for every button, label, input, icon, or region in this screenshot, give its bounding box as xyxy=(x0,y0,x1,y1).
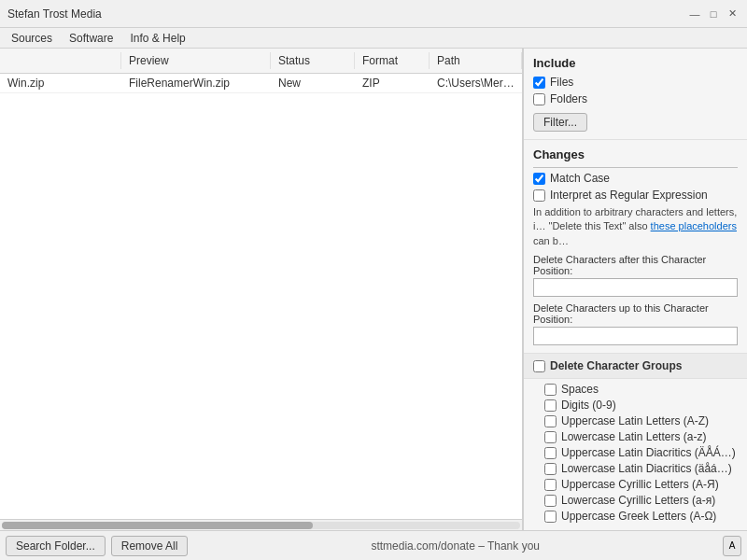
minimize-button[interactable]: — xyxy=(687,7,702,21)
match-case-label: Match Case xyxy=(550,172,610,185)
files-checkbox-row: Files xyxy=(533,76,738,89)
menu-info-help[interactable]: Info & Help xyxy=(122,30,192,47)
table-body: Win.zip FileRenamerWin.zip New ZIP C:\Us… xyxy=(0,74,522,519)
main-content: Preview Status Format Path Win.zip FileR… xyxy=(0,49,747,530)
cell-name: Win.zip xyxy=(0,74,121,92)
menu-bar: Sources Software Info & Help xyxy=(0,28,747,49)
search-folder-button[interactable]: Search Folder... xyxy=(6,536,106,556)
group-uppercase-cyrillic-label: Uppercase Cyrillic Letters (А-Я) xyxy=(561,478,719,491)
col-status: Status xyxy=(271,52,355,69)
menu-software[interactable]: Software xyxy=(62,30,120,47)
group-lowercase-diacritics-row: Lowercase Latin Diacritics (äåá…) xyxy=(544,462,738,475)
group-uppercase-greek-row: Uppercase Greek Letters (Α-Ω) xyxy=(544,510,738,523)
cell-format: ZIP xyxy=(355,74,430,92)
group-spaces-row: Spaces xyxy=(544,383,738,396)
match-case-checkbox[interactable] xyxy=(533,173,545,185)
delete-upto-label: Delete Characters up to this Character P… xyxy=(533,302,738,325)
regex-label: Interpret as Regular Expression xyxy=(550,189,708,202)
col-format: Format xyxy=(355,52,430,69)
delete-groups-row: Delete Character Groups xyxy=(524,354,747,379)
group-lowercase-cyrillic-checkbox[interactable] xyxy=(544,495,557,507)
group-uppercase-diacritics-row: Uppercase Latin Diacritics (ÄÅÁ…) xyxy=(544,446,738,459)
menu-sources[interactable]: Sources xyxy=(4,30,60,47)
group-uppercase-latin-label: Uppercase Latin Letters (A-Z) xyxy=(561,414,709,427)
description-text: In addition to arbitrary characters and … xyxy=(533,205,738,248)
scrollbar-track xyxy=(2,522,520,529)
action-button[interactable]: A xyxy=(723,536,741,556)
group-uppercase-greek-checkbox[interactable] xyxy=(544,511,557,523)
delete-groups-checkbox[interactable] xyxy=(533,360,545,372)
status-text: sttmedia.com/donate – Thank you xyxy=(371,539,540,553)
filter-button[interactable]: Filter... xyxy=(533,113,587,132)
group-lowercase-diacritics-label: Lowercase Latin Diacritics (äåá…) xyxy=(561,462,732,475)
bottom-bar-left: Search Folder... Remove All xyxy=(6,536,188,556)
window-controls: — □ ✕ xyxy=(687,7,740,21)
changes-title: Changes xyxy=(533,147,738,161)
folders-checkbox[interactable] xyxy=(533,93,545,105)
group-digits-row: Digits (0-9) xyxy=(544,399,738,412)
cell-preview: FileRenamerWin.zip xyxy=(121,74,271,92)
regex-row: Interpret as Regular Expression xyxy=(533,189,738,202)
group-uppercase-diacritics-checkbox[interactable] xyxy=(544,447,557,459)
col-path: Path xyxy=(430,52,522,69)
include-title: Include xyxy=(533,56,738,70)
group-digits-checkbox[interactable] xyxy=(544,399,557,412)
cell-path: C:\Users\Mer… xyxy=(430,74,522,92)
remove-all-button[interactable]: Remove All xyxy=(111,536,189,556)
group-lowercase-latin-label: Lowercase Latin Letters (a-z) xyxy=(561,430,706,443)
placeholders-link[interactable]: these placeholders xyxy=(651,220,737,231)
include-section: Include Files Folders Filter... xyxy=(524,49,747,140)
group-lowercase-diacritics-checkbox[interactable] xyxy=(544,463,557,475)
group-lowercase-latin-row: Lowercase Latin Letters (a-z) xyxy=(544,430,738,443)
delete-upto-input[interactable] xyxy=(533,327,738,345)
group-uppercase-greek-label: Uppercase Greek Letters (Α-Ω) xyxy=(561,510,716,523)
group-uppercase-latin-row: Uppercase Latin Letters (A-Z) xyxy=(544,414,738,427)
cell-status: New xyxy=(271,74,355,92)
scrollbar-thumb[interactable] xyxy=(2,522,313,529)
delete-groups-label: Delete Character Groups xyxy=(550,359,682,372)
maximize-button[interactable]: □ xyxy=(706,7,721,21)
group-lowercase-latin-checkbox[interactable] xyxy=(544,431,557,443)
group-uppercase-diacritics-label: Uppercase Latin Diacritics (ÄÅÁ…) xyxy=(561,446,736,459)
table-header: Preview Status Format Path xyxy=(0,49,522,74)
group-uppercase-cyrillic-row: Uppercase Cyrillic Letters (А-Я) xyxy=(544,478,738,491)
table-row[interactable]: Win.zip FileRenamerWin.zip New ZIP C:\Us… xyxy=(0,74,522,93)
title-bar: Stefan Trost Media — □ ✕ xyxy=(0,0,747,28)
description-suffix: can b… xyxy=(533,235,569,246)
folders-checkbox-row: Folders xyxy=(533,92,738,105)
col-preview: Preview xyxy=(121,52,271,69)
delete-after-label: Delete Characters after this Character P… xyxy=(533,254,738,276)
regex-checkbox[interactable] xyxy=(533,189,545,202)
settings-panel: Include Files Folders Filter... Changes … xyxy=(523,49,747,530)
files-checkbox[interactable] xyxy=(533,77,545,89)
folders-label: Folders xyxy=(550,92,587,105)
bottom-bar-right: A xyxy=(723,536,741,556)
col-name xyxy=(0,52,121,69)
group-spaces-checkbox[interactable] xyxy=(544,384,557,396)
delete-after-input[interactable] xyxy=(533,278,738,297)
group-lowercase-cyrillic-label: Lowercase Cyrillic Letters (а-я) xyxy=(561,494,715,507)
character-groups: Spaces Digits (0-9) Uppercase Latin Lett… xyxy=(524,379,747,529)
changes-section: Changes Match Case Interpret as Regular … xyxy=(524,140,747,354)
divider xyxy=(533,167,738,168)
match-case-row: Match Case xyxy=(533,172,738,185)
close-button[interactable]: ✕ xyxy=(725,7,740,21)
group-uppercase-cyrillic-checkbox[interactable] xyxy=(544,479,557,491)
bottom-bar: Search Folder... Remove All sttmedia.com… xyxy=(0,530,747,560)
group-spaces-label: Spaces xyxy=(561,383,599,396)
window-title: Stefan Trost Media xyxy=(7,7,102,21)
group-lowercase-cyrillic-row: Lowercase Cyrillic Letters (а-я) xyxy=(544,494,738,507)
horizontal-scrollbar[interactable] xyxy=(0,519,522,530)
file-panel: Preview Status Format Path Win.zip FileR… xyxy=(0,49,523,530)
group-digits-label: Digits (0-9) xyxy=(561,399,616,412)
files-label: Files xyxy=(550,76,573,89)
group-uppercase-latin-checkbox[interactable] xyxy=(544,415,557,427)
